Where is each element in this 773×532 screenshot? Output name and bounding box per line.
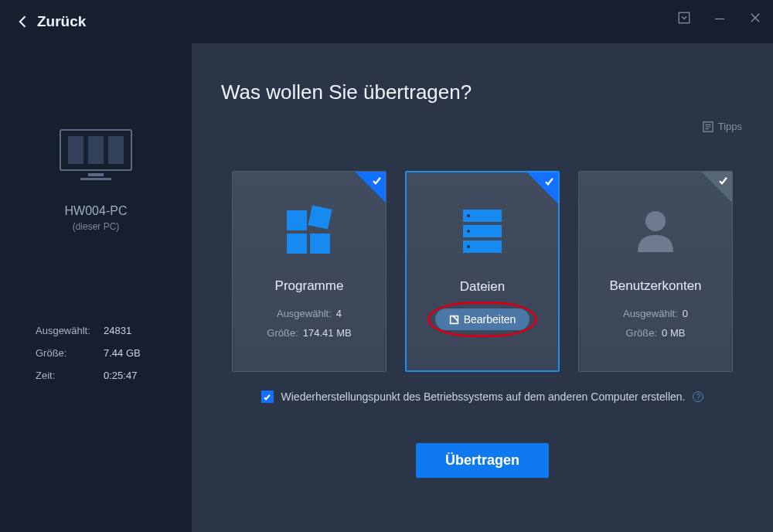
- transfer-button[interactable]: Übertragen: [416, 443, 549, 478]
- svg-point-17: [467, 245, 470, 248]
- svg-point-15: [467, 214, 470, 217]
- card-programs-size: Größe: 174.41 MB: [267, 327, 351, 339]
- card-files-title: Dateien: [460, 279, 506, 295]
- main-panel: Was wollen Sie übertragen? Tipps: [192, 43, 773, 532]
- svg-rect-11: [310, 234, 330, 254]
- monitor-icon: [59, 128, 133, 184]
- sidebar: HW004-PC (dieser PC) Ausgewählt: 24831 G…: [0, 43, 192, 532]
- card-accounts-check: [701, 172, 732, 203]
- svg-rect-3: [88, 136, 104, 164]
- svg-rect-6: [80, 178, 111, 180]
- restore-label: Wiederherstellungspunkt des Betriebssyst…: [281, 390, 686, 403]
- pc-sublabel: (dieser PC): [73, 221, 120, 232]
- minimize-button[interactable]: [713, 11, 727, 25]
- programs-icon: [282, 204, 336, 258]
- checkmark-icon: [263, 393, 271, 401]
- edit-icon: [449, 315, 459, 325]
- svg-rect-0: [679, 12, 690, 23]
- pc-name: HW004-PC: [65, 204, 128, 218]
- edit-files-button[interactable]: Bearbeiten: [435, 309, 530, 330]
- svg-rect-4: [108, 136, 124, 164]
- back-label: Zurück: [37, 13, 86, 30]
- tips-link[interactable]: Tipps: [703, 121, 742, 132]
- svg-rect-2: [68, 136, 83, 164]
- svg-rect-5: [88, 173, 104, 176]
- card-programs-selected: Ausgewählt: 4: [277, 308, 342, 319]
- card-accounts-title: Benutzerkonten: [609, 278, 701, 294]
- svg-rect-8: [287, 210, 307, 230]
- window-controls: [677, 11, 762, 25]
- checkmark-icon: [371, 175, 383, 186]
- svg-point-19: [645, 211, 666, 231]
- card-accounts-size: Größe: 0 MB: [626, 327, 686, 339]
- svg-point-16: [467, 230, 470, 233]
- checkmark-icon: [717, 175, 729, 186]
- card-programs-check: [355, 172, 386, 203]
- close-button[interactable]: [748, 11, 762, 25]
- sidebar-stats: Ausgewählt: 24831 Größe: 7.44 GB Zeit: 0…: [14, 325, 141, 381]
- stat-size: Größe: 7.44 GB: [36, 347, 141, 359]
- card-accounts[interactable]: Benutzerkonten Ausgewählt: 0 Größe: 0 MB: [578, 171, 733, 372]
- svg-rect-9: [308, 206, 332, 230]
- help-icon[interactable]: ?: [693, 391, 703, 402]
- card-files[interactable]: Dateien Bearbeiten: [405, 171, 560, 372]
- stat-selected: Ausgewählt: 24831: [36, 325, 141, 336]
- page-title: Was wollen Sie übertragen?: [221, 80, 744, 104]
- back-button[interactable]: Zurück: [15, 13, 86, 30]
- card-programs-title: Programme: [275, 278, 344, 294]
- card-programs[interactable]: Programme Ausgewählt: 4 Größe: 174.41 MB: [232, 171, 386, 372]
- checkmark-icon: [543, 176, 555, 187]
- dropdown-button[interactable]: [677, 11, 691, 25]
- files-icon: [455, 205, 509, 259]
- accounts-icon: [628, 204, 683, 258]
- svg-rect-10: [287, 234, 307, 254]
- tips-icon: [703, 121, 713, 132]
- restore-checkbox[interactable]: Wiederherstellungspunkt des Betriebssyst…: [261, 390, 686, 403]
- arrow-left-icon: [15, 14, 31, 29]
- card-files-check: [527, 172, 558, 203]
- stat-time: Zeit: 0:25:47: [36, 370, 141, 381]
- card-accounts-selected: Ausgewählt: 0: [623, 308, 688, 319]
